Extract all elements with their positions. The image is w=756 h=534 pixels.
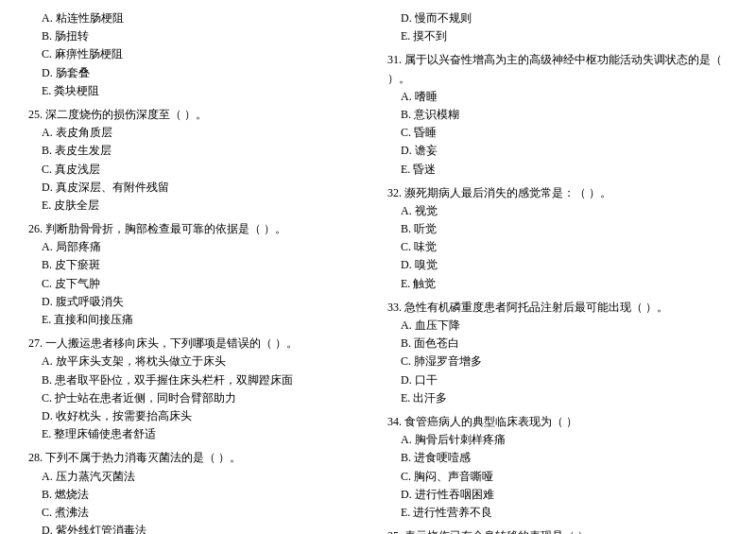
option-q32-0: A. 视觉: [387, 202, 728, 220]
option-q28-3: D. 紫外线灯管消毒法: [28, 522, 369, 534]
option-q31-2: C. 昏睡: [387, 124, 728, 142]
option-q25-3: D. 真皮深层、有附件残留: [28, 179, 369, 197]
option-q26-2: C. 皮下气肿: [28, 275, 369, 293]
option-q33-4: E. 出汗多: [387, 389, 728, 407]
option-q34-2: C. 胸闷、声音嘶哑: [387, 468, 728, 486]
option-q_d-0: D. 慢而不规则: [387, 9, 728, 27]
option-q27-3: D. 收好枕头，按需要抬高床头: [28, 407, 369, 425]
option-q32-3: D. 嗅觉: [387, 256, 728, 274]
option-q25-1: B. 表皮生发层: [28, 142, 369, 160]
question-title-q25: 25. 深二度烧伤的损伤深度至（ ）。: [28, 106, 369, 124]
option-q31-0: A. 嗜睡: [387, 88, 728, 106]
option-q34-4: E. 进行性营养不良: [387, 504, 728, 522]
option-q31-1: B. 意识模糊: [387, 106, 728, 124]
question-block-q25: 25. 深二度烧伤的损伤深度至（ ）。A. 表皮角质层B. 表皮生发层C. 真皮…: [28, 106, 369, 215]
question-block-q_d: D. 慢而不规则E. 摸不到: [387, 9, 728, 45]
option-q_a-0: A. 粘连性肠梗阻: [28, 9, 369, 27]
option-q27-0: A. 放平床头支架，将枕头做立于床头: [28, 353, 369, 370]
option-q33-3: D. 口干: [387, 371, 728, 389]
option-q27-2: C. 护士站在患者近侧，同时合臂部助力: [28, 389, 369, 407]
option-q34-0: A. 胸骨后针刺样疼痛: [387, 431, 728, 449]
option-q26-4: E. 直接和间接压痛: [28, 311, 369, 329]
option-q26-3: D. 腹式呼吸消失: [28, 293, 369, 311]
option-q_d-1: E. 摸不到: [387, 27, 728, 45]
option-q_a-4: E. 粪块梗阻: [28, 82, 369, 100]
question-block-q28: 28. 下列不属于热力消毒灭菌法的是（ ）。A. 压力蒸汽灭菌法B. 燃烧法C.…: [28, 449, 369, 534]
option-q34-3: D. 进行性吞咽困难: [387, 486, 728, 504]
question-block-q26: 26. 判断肋骨骨折，胸部检查最可靠的依据是（ ）。A. 局部疼痛B. 皮下瘀斑…: [28, 220, 369, 329]
option-q_a-3: D. 肠套叠: [28, 64, 369, 82]
columns-container: A. 粘连性肠梗阻B. 肠扭转C. 麻痹性肠梗阻D. 肠套叠E. 粪块梗阻25.…: [28, 9, 728, 534]
question-title-q26: 26. 判断肋骨骨折，胸部检查最可靠的依据是（ ）。: [28, 220, 369, 238]
option-q25-2: C. 真皮浅层: [28, 161, 369, 179]
left-column: A. 粘连性肠梗阻B. 肠扭转C. 麻痹性肠梗阻D. 肠套叠E. 粪块梗阻25.…: [28, 9, 369, 534]
option-q32-1: B. 听觉: [387, 220, 728, 238]
option-q26-1: B. 皮下瘀斑: [28, 256, 369, 274]
option-q27-1: B. 患者取平卧位，双手握住床头栏杆，双脚蹬床面: [28, 371, 369, 389]
option-q32-2: C. 味觉: [387, 238, 728, 256]
option-q28-0: A. 压力蒸汽灭菌法: [28, 468, 369, 486]
question-block-q31: 31. 属于以兴奋性增高为主的高级神经中枢功能活动失调状态的是（ ）。A. 嗜睡…: [387, 51, 728, 178]
option-q28-1: B. 燃烧法: [28, 486, 369, 504]
question-title-q35: 35. 表示烧伤已有全身转移的表现是（ ）。: [387, 527, 728, 534]
question-block-q32: 32. 濒死期病人最后消失的感觉常是：（ ）。A. 视觉B. 听觉C. 味觉D.…: [387, 184, 728, 293]
option-q_a-2: C. 麻痹性肠梗阻: [28, 45, 369, 63]
option-q32-4: E. 触觉: [387, 275, 728, 293]
option-q26-0: A. 局部疼痛: [28, 238, 369, 256]
option-q31-4: E. 昏迷: [387, 161, 728, 179]
option-q25-0: A. 表皮角质层: [28, 124, 369, 142]
option-q31-3: D. 谵妄: [387, 142, 728, 160]
option-q28-2: C. 煮沸法: [28, 504, 369, 522]
page-content: A. 粘连性肠梗阻B. 肠扭转C. 麻痹性肠梗阻D. 肠套叠E. 粪块梗阻25.…: [28, 9, 728, 534]
question-block-q34: 34. 食管癌病人的典型临床表现为（ ）A. 胸骨后针刺样疼痛B. 进食哽噎感C…: [387, 413, 728, 522]
question-title-q34: 34. 食管癌病人的典型临床表现为（ ）: [387, 413, 728, 431]
question-block-q_a: A. 粘连性肠梗阻B. 肠扭转C. 麻痹性肠梗阻D. 肠套叠E. 粪块梗阻: [28, 9, 369, 100]
question-block-q35: 35. 表示烧伤已有全身转移的表现是（ ）。A. 吸收毒素B. 持续性腹痛C. …: [387, 527, 728, 534]
right-column: D. 慢而不规则E. 摸不到31. 属于以兴奋性增高为主的高级神经中枢功能活动失…: [387, 9, 728, 534]
option-q33-2: C. 肺湿罗音增多: [387, 353, 728, 370]
option-q_a-1: B. 肠扭转: [28, 27, 369, 45]
option-q27-4: E. 整理床铺使患者舒适: [28, 425, 369, 443]
question-title-q33: 33. 急性有机磷重度患者阿托品注射后最可能出现（ ）。: [387, 299, 728, 317]
option-q33-1: B. 面色苍白: [387, 335, 728, 353]
question-title-q27: 27. 一人搬运患者移向床头，下列哪项是错误的（ ）。: [28, 335, 369, 353]
option-q33-0: A. 血压下降: [387, 317, 728, 335]
question-block-q33: 33. 急性有机磷重度患者阿托品注射后最可能出现（ ）。A. 血压下降B. 面色…: [387, 299, 728, 407]
question-block-q27: 27. 一人搬运患者移向床头，下列哪项是错误的（ ）。A. 放平床头支架，将枕头…: [28, 335, 369, 443]
question-title-q28: 28. 下列不属于热力消毒灭菌法的是（ ）。: [28, 449, 369, 467]
option-q25-4: E. 皮肤全层: [28, 197, 369, 215]
option-q34-1: B. 进食哽噎感: [387, 449, 728, 467]
question-title-q32: 32. 濒死期病人最后消失的感觉常是：（ ）。: [387, 184, 728, 202]
question-title-q31: 31. 属于以兴奋性增高为主的高级神经中枢功能活动失调状态的是（ ）。: [387, 51, 728, 87]
